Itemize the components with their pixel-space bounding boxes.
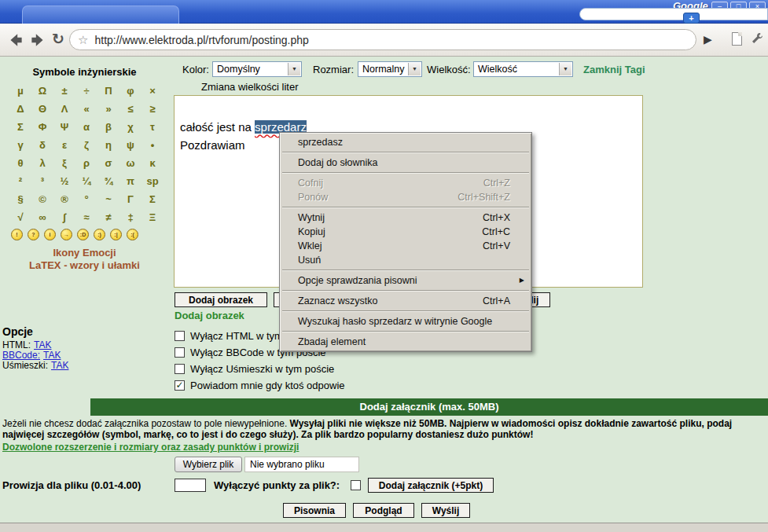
address-bar[interactable]: ☆ http://www.elektroda.pl/rtvforum/posti… (69, 29, 696, 50)
symbol-button[interactable]: Σ (9, 118, 31, 136)
post-option[interactable]: ✓Powiadom mnie gdy ktoś odpowie (175, 377, 345, 394)
menu-item[interactable]: Wyszukaj hasło sprzedarz w witrynie Goog… (281, 314, 531, 328)
attachment-rules-link[interactable]: Dozwolone rozszerzenie i rozmiary oraz z… (2, 442, 299, 453)
commission-input[interactable] (175, 479, 206, 492)
symbol-button[interactable]: ε (53, 136, 75, 154)
wrench-menu-icon[interactable] (750, 31, 764, 49)
symbol-button[interactable]: ½ (53, 172, 75, 190)
symbol-button[interactable]: ≥ (141, 100, 164, 118)
preview-button[interactable]: Podgląd (353, 503, 414, 518)
symbol-button[interactable]: » (97, 100, 119, 118)
arrow-emoticon-icon[interactable]: → (61, 229, 72, 240)
symbol-button[interactable]: µ (9, 82, 31, 100)
symbol-button[interactable]: ∞ (31, 208, 53, 226)
menu-item[interactable]: Zbadaj element (281, 335, 531, 349)
menu-item[interactable]: Zaznacz wszystkoCtrl+A (281, 294, 531, 308)
dropdown-arrow-icon[interactable]: ▼ (408, 63, 421, 75)
symbol-button[interactable]: χ (119, 118, 141, 136)
menu-item[interactable]: WytnijCtrl+X (281, 211, 531, 225)
add-image-button[interactable]: Dodaj obrazek (175, 292, 267, 307)
checkbox[interactable] (175, 347, 185, 358)
menu-item[interactable]: Dodaj do słownika (281, 156, 531, 170)
symbol-button[interactable]: × (141, 82, 164, 100)
symbol-button[interactable]: Θ (31, 100, 53, 118)
symbol-button[interactable]: ω (119, 154, 141, 172)
google-search-box[interactable] (579, 8, 768, 20)
symbol-button[interactable]: τ (141, 118, 164, 136)
symbol-button[interactable]: θ (9, 154, 31, 172)
symbol-button[interactable]: ² (9, 172, 31, 190)
dropdown-arrow-icon[interactable]: ▼ (559, 63, 571, 75)
submit-button[interactable]: Wyślij (421, 503, 470, 518)
menu-item[interactable]: KopiujCtrl+C (281, 225, 531, 239)
symbol-button[interactable]: • (141, 136, 164, 154)
symbol-button[interactable]: § (9, 190, 31, 208)
symbol-button[interactable]: ψ (119, 136, 141, 154)
sad-emoticon-icon[interactable]: :( (127, 229, 138, 240)
choose-file-button[interactable]: Wybierz plik (175, 457, 242, 472)
idea-emoticon-icon[interactable]: i (44, 229, 56, 240)
symbol-button[interactable]: ° (75, 190, 97, 208)
latex-link[interactable]: LaTEX - wzory i ułamki (0, 259, 169, 271)
symbol-button[interactable]: ‡ (119, 208, 141, 226)
emoji-icons-link[interactable]: Ikony Emocji (0, 247, 169, 259)
symbol-button[interactable]: © (31, 190, 53, 208)
symbol-button[interactable]: ∫ (53, 208, 75, 226)
neutral-emoticon-icon[interactable]: :| (110, 229, 122, 240)
option-bbcode-value[interactable]: TAK (43, 350, 61, 361)
browser-tab[interactable] (22, 6, 179, 24)
post-option[interactable]: Wyłącz Uśmieszki w tym poście (175, 361, 345, 377)
symbol-button[interactable]: λ (31, 154, 53, 172)
symbol-button[interactable]: Ξ (141, 208, 164, 226)
menu-item[interactable]: Usuń (281, 253, 531, 267)
symbol-button[interactable]: ρ (75, 154, 97, 172)
symbol-button[interactable]: ¼ (75, 172, 97, 190)
case-select[interactable]: Wielkość ▼ (473, 61, 573, 77)
symbol-button[interactable]: ~ (97, 190, 119, 208)
dropdown-arrow-icon[interactable]: ▼ (288, 63, 300, 75)
symbol-button[interactable]: ≤ (119, 100, 141, 118)
symbol-button[interactable]: δ (31, 136, 53, 154)
symbol-button[interactable]: « (75, 100, 97, 118)
symbol-button[interactable]: ξ (53, 154, 75, 172)
symbol-button[interactable]: β (97, 118, 119, 136)
add-attachment-button[interactable]: Dodaj załącznik (+5pkt) (368, 478, 494, 493)
symbol-button[interactable]: ¾ (97, 172, 119, 190)
symbol-button[interactable]: ÷ (75, 82, 97, 100)
add-image-link[interactable]: Dodaj obrazek (175, 310, 244, 321)
symbol-button[interactable]: Λ (53, 100, 75, 118)
close-tags-link[interactable]: Zamknij Tagi (583, 64, 645, 75)
symbol-button[interactable]: ≈ (75, 208, 97, 226)
symbol-button[interactable]: Δ (9, 100, 31, 118)
size-select[interactable]: Normalny ▼ (358, 61, 422, 77)
checkbox[interactable] (175, 331, 185, 341)
forward-icon[interactable] (28, 31, 47, 50)
symbol-button[interactable]: Γ (119, 190, 141, 208)
menu-item[interactable]: WklejCtrl+V (281, 239, 531, 253)
symbol-button[interactable]: ζ (75, 136, 97, 154)
symbol-button[interactable]: γ (9, 136, 31, 154)
symbol-button[interactable]: σ (97, 154, 119, 172)
symbol-button[interactable]: Σ (141, 190, 164, 208)
symbol-button[interactable]: Ω (31, 82, 53, 100)
symbol-button[interactable]: ≠ (97, 208, 119, 226)
menu-item[interactable]: Opcje sprawdzania pisowni▶ (281, 273, 531, 288)
symbol-button[interactable]: ® (53, 190, 75, 208)
go-button[interactable]: ▶ (704, 33, 712, 46)
symbol-button[interactable]: φ (119, 82, 141, 100)
disable-points-checkbox[interactable] (351, 480, 361, 490)
symbol-button[interactable]: Ψ (53, 118, 75, 136)
option-bbcode-label[interactable]: BBCode: (2, 350, 40, 361)
symbol-button[interactable]: κ (141, 154, 164, 172)
checkbox[interactable] (175, 364, 185, 374)
option-html-value[interactable]: TAK (34, 339, 51, 350)
checkbox[interactable]: ✓ (175, 380, 185, 391)
symbol-button[interactable]: ³ (31, 172, 53, 190)
symbol-button[interactable]: ± (53, 82, 75, 100)
menu-item[interactable]: sprzedasz (281, 135, 531, 149)
symbol-button[interactable]: √ (9, 208, 31, 226)
url-text[interactable]: http://www.elektroda.pl/rtvforum/posting… (94, 34, 308, 46)
grin-emoticon-icon[interactable]: :D (77, 229, 89, 240)
spellcheck-button[interactable]: Pisownia (283, 503, 346, 518)
exclamation-emoticon-icon[interactable]: ! (11, 229, 23, 240)
